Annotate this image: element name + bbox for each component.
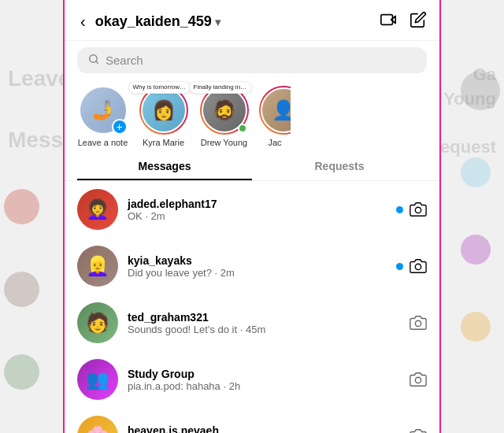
heaven-username: heaven.is.nevaeh bbox=[128, 424, 400, 434]
svg-point-5 bbox=[415, 320, 421, 326]
svg-line-2 bbox=[96, 61, 98, 64]
tabs-row: Messages Requests bbox=[65, 154, 439, 181]
kyia-actions bbox=[396, 257, 427, 275]
bg-left-avatars bbox=[0, 189, 39, 390]
study-preview: pia.in.a.pod: hahaha · 2h bbox=[128, 380, 400, 392]
drew-story-bubble: Finally landing in NYC! ❤️ bbox=[189, 81, 252, 94]
ted-actions bbox=[410, 314, 427, 331]
kyia-preview: Did you leave yet? · 2m bbox=[128, 267, 387, 279]
ted-avatar: 🧑 bbox=[77, 302, 118, 343]
story-item-jac[interactable]: 👤 Jac bbox=[259, 86, 291, 147]
message-item-heaven[interactable]: 🌸 heaven.is.nevaeh It was great! · 3h bbox=[65, 408, 439, 433]
study-content: Study Group pia.in.a.pod: hahaha · 2h bbox=[128, 368, 400, 392]
message-item-ted[interactable]: 🧑 ted_graham321 Sounds good! Let's do it… bbox=[65, 294, 439, 351]
heaven-camera-icon[interactable] bbox=[410, 427, 427, 433]
tab-requests[interactable]: Requests bbox=[252, 154, 427, 180]
self-label: Leave a note bbox=[78, 138, 128, 147]
study-actions bbox=[410, 371, 427, 388]
kyia-unread-dot bbox=[396, 263, 403, 270]
story-item-self[interactable]: 🤳 + Leave a note bbox=[77, 86, 128, 147]
header: ‹ okay_kaiden_459 ▾ bbox=[65, 0, 439, 41]
study-username: Study Group bbox=[128, 368, 400, 380]
back-button[interactable]: ‹ bbox=[77, 9, 89, 34]
heaven-content: heaven.is.nevaeh It was great! · 3h bbox=[128, 424, 400, 434]
heaven-avatar: 🌸 bbox=[77, 416, 118, 433]
jac-label: Jac bbox=[268, 138, 281, 147]
jac-avatar-border: 👤 bbox=[259, 86, 291, 135]
drew-online-indicator bbox=[238, 124, 247, 133]
study-avatar: 👥 bbox=[77, 359, 118, 400]
kyra-story-bubble: Why is tomorrow Monday!? 🥲 bbox=[128, 81, 191, 94]
jaded-avatar: 👩‍🦱 bbox=[77, 189, 118, 230]
kyia-avatar: 👱‍♀️ bbox=[77, 246, 118, 287]
jaded-actions bbox=[396, 201, 427, 218]
ted-camera-icon[interactable] bbox=[410, 314, 427, 331]
message-item-kyia[interactable]: 👱‍♀️ kyia_kayaks Did you leave yet? · 2m bbox=[65, 238, 439, 294]
ted-username: ted_graham321 bbox=[128, 311, 400, 324]
header-title-group[interactable]: okay_kaiden_459 ▾ bbox=[95, 13, 373, 30]
compose-icon[interactable] bbox=[410, 11, 427, 32]
drew-label: Drew Young bbox=[201, 138, 247, 147]
ted-content: ted_graham321 Sounds good! Let's do it ·… bbox=[128, 311, 400, 335]
stories-row: 🤳 + Leave a note 👩 Why is tomorrow Monda… bbox=[65, 80, 439, 154]
search-box[interactable]: Search bbox=[77, 47, 427, 73]
header-icons bbox=[380, 11, 427, 32]
svg-point-3 bbox=[415, 207, 421, 213]
search-container: Search bbox=[65, 41, 439, 80]
story-item-kyra[interactable]: 👩 Why is tomorrow Monday!? 🥲 Kyra Marie bbox=[138, 86, 189, 147]
chevron-down-icon: ▾ bbox=[215, 16, 220, 28]
jaded-preview: OK · 2m bbox=[128, 210, 387, 222]
bg-right-avatars bbox=[461, 71, 504, 342]
jaded-content: jaded.elephant17 OK · 2m bbox=[128, 198, 387, 222]
add-note-plus: + bbox=[112, 119, 128, 135]
study-camera-icon[interactable] bbox=[410, 371, 427, 388]
jaded-camera-icon[interactable] bbox=[410, 201, 427, 218]
jaded-unread-dot bbox=[396, 206, 403, 213]
message-item-study[interactable]: 👥 Study Group pia.in.a.pod: hahaha · 2h bbox=[65, 351, 439, 408]
svg-point-4 bbox=[415, 264, 421, 269]
svg-point-6 bbox=[415, 377, 421, 383]
kyia-username: kyia_kayaks bbox=[128, 254, 387, 267]
tab-messages[interactable]: Messages bbox=[77, 154, 252, 180]
kyia-camera-icon[interactable] bbox=[410, 257, 427, 275]
message-item-jaded[interactable]: 👩‍🦱 jaded.elephant17 OK · 2m bbox=[65, 181, 439, 238]
header-username: okay_kaiden_459 bbox=[95, 13, 212, 30]
jaded-username: jaded.elephant17 bbox=[128, 198, 387, 210]
search-placeholder: Search bbox=[106, 54, 143, 67]
kyia-content: kyia_kayaks Did you leave yet? · 2m bbox=[128, 254, 387, 279]
ted-preview: Sounds good! Let's do it · 45m bbox=[128, 324, 400, 335]
phone-container: ‹ okay_kaiden_459 ▾ bbox=[63, 0, 441, 433]
story-item-drew[interactable]: 🧔 Finally landing in NYC! ❤️ Drew Young bbox=[198, 86, 250, 147]
video-icon[interactable] bbox=[380, 11, 397, 32]
kyra-label: Kyra Marie bbox=[143, 138, 184, 147]
heaven-actions bbox=[410, 427, 427, 433]
search-icon bbox=[88, 54, 99, 67]
messages-list: 👩‍🦱 jaded.elephant17 OK · 2m 👱‍♀️ kyia_k… bbox=[65, 181, 439, 433]
